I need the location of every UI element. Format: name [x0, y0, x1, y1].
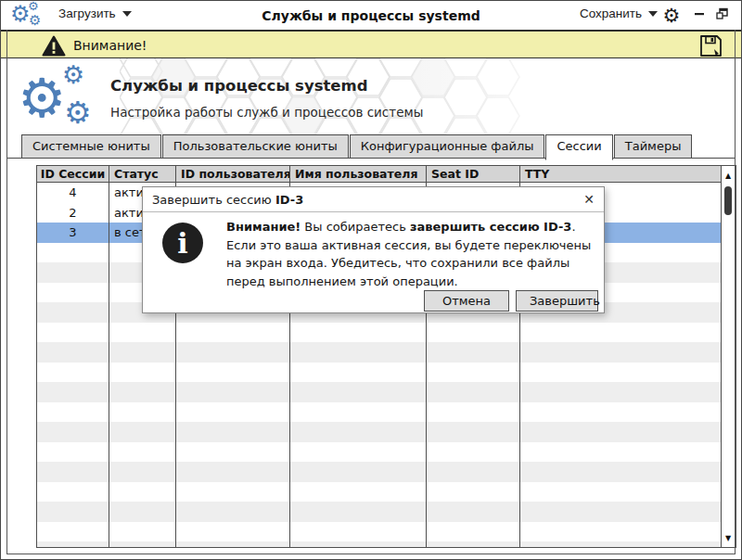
table-cell [290, 541, 427, 548]
table-cell [109, 323, 176, 343]
titlebar: Службы и процессы systemd ⚙ ⚙ ⚙ Загрузит… [1, 1, 741, 30]
app-logo-icon: ⚙ ⚙ ⚙ [10, 2, 47, 30]
dialog-close-button[interactable]: ✕ [581, 191, 597, 208]
cancel-button[interactable]: Отмена [424, 290, 509, 312]
table-cell [290, 522, 427, 542]
vertical-scrollbar[interactable]: ▲ ▼ [722, 165, 736, 548]
tab-1[interactable]: Пользовательские юниты [162, 134, 349, 159]
table-cell [37, 382, 109, 402]
table-cell [427, 402, 520, 423]
dropdown-caret-icon [648, 11, 658, 17]
dialog-title: Завершить сессию ID-3 [143, 193, 303, 207]
table-cell [37, 283, 109, 303]
table-cell [109, 522, 176, 542]
table-cell [37, 502, 109, 522]
table-row-empty [37, 342, 721, 363]
table-cell [427, 442, 520, 463]
table-cell[interactable]: 3 [37, 223, 109, 243]
restore-icon [716, 7, 728, 20]
table-cell [290, 363, 427, 383]
table-row-empty [37, 541, 721, 548]
window-controls: ✕ [693, 7, 742, 22]
column-header[interactable]: Статус [109, 166, 176, 182]
warning-label: Внимание! [73, 38, 147, 53]
table-cell [109, 422, 176, 442]
minimize-icon [694, 7, 705, 20]
table-cell [37, 402, 109, 423]
gear-icon: ⚙ [663, 5, 681, 26]
table-cell [290, 323, 427, 343]
table-row-empty [37, 502, 721, 522]
settings-gear-button[interactable]: ⚙ [659, 4, 684, 28]
table-cell [109, 402, 176, 423]
table-cell [109, 502, 176, 522]
table-cell [176, 363, 290, 383]
table-cell [520, 502, 721, 522]
warning-triangle-icon [42, 35, 66, 57]
terminate-button[interactable]: Завершить [516, 290, 598, 312]
scroll-down-arrow-icon[interactable]: ▼ [722, 534, 735, 542]
table-cell [520, 482, 721, 503]
table-cell [37, 442, 109, 463]
column-header[interactable]: TTY [520, 166, 721, 182]
table-cell [427, 422, 520, 442]
table-row-empty [37, 422, 721, 442]
column-header[interactable]: ID пользователя [176, 166, 290, 182]
minimize-button[interactable] [693, 7, 706, 22]
table-cell [37, 243, 109, 263]
scrollbar-thumb[interactable] [724, 186, 732, 215]
terminate-session-dialog: Завершить сессию ID-3 ✕ i Внимание! Вы с… [142, 186, 605, 313]
table-cell [290, 502, 427, 522]
table-row-empty [37, 482, 721, 503]
table-cell [427, 541, 520, 548]
table-cell [176, 462, 290, 482]
column-header[interactable]: ID Сессии [37, 166, 109, 182]
tab-bar: Системные юнитыПользовательские юнитыКон… [21, 134, 692, 159]
close-button[interactable]: ✕ [738, 7, 742, 22]
load-menu-label: Загрузить [58, 6, 116, 20]
tab-4[interactable]: Таймеры [614, 134, 693, 159]
scroll-up-arrow-icon[interactable]: ▲ [722, 172, 735, 180]
dropdown-caret-icon [122, 11, 132, 17]
info-circle-icon: i [162, 223, 203, 263]
table-row-empty [37, 462, 721, 482]
table-cell[interactable]: 2 [37, 203, 109, 223]
hexagon-fade [390, 58, 632, 134]
table-cell [520, 323, 721, 343]
column-header[interactable]: Seat ID [427, 166, 520, 182]
app-window: Службы и процессы systemd ⚙ ⚙ ⚙ Загрузит… [0, 0, 742, 560]
table-cell [109, 442, 176, 463]
table-cell [520, 402, 721, 423]
table-cell[interactable]: 4 [37, 183, 109, 203]
table-cell [290, 442, 427, 463]
tab-0[interactable]: Системные юниты [21, 134, 161, 159]
tab-3[interactable]: Сессии [545, 134, 612, 160]
save-menu-button[interactable]: Сохранить [574, 6, 663, 21]
table-cell [176, 541, 290, 548]
table-cell [176, 402, 290, 423]
table-cell [176, 502, 290, 522]
table-cell [37, 422, 109, 442]
table-cell [520, 422, 721, 442]
table-cell [109, 363, 176, 383]
hero-title: Службы и процессы systemd [110, 77, 368, 95]
table-cell [427, 502, 520, 522]
table-cell [520, 442, 721, 463]
tab-2[interactable]: Конфигурационные файлы [350, 134, 545, 159]
table-row-empty [37, 522, 721, 542]
table-cell [109, 382, 176, 402]
table-cell [37, 342, 109, 363]
table-cell [290, 422, 427, 442]
table-cell [520, 522, 721, 542]
column-header[interactable]: Имя пользователя [290, 166, 427, 182]
table-cell [290, 402, 427, 423]
table-cell [427, 323, 520, 343]
table-row-empty [37, 402, 721, 423]
close-icon: ✕ [583, 192, 595, 207]
table-cell [176, 382, 290, 402]
load-menu-button[interactable]: Загрузить [53, 6, 137, 21]
table-cell [290, 462, 427, 482]
table-cell [427, 522, 520, 542]
save-warning-button[interactable] [697, 33, 724, 59]
maximize-restore-button[interactable] [715, 7, 729, 22]
